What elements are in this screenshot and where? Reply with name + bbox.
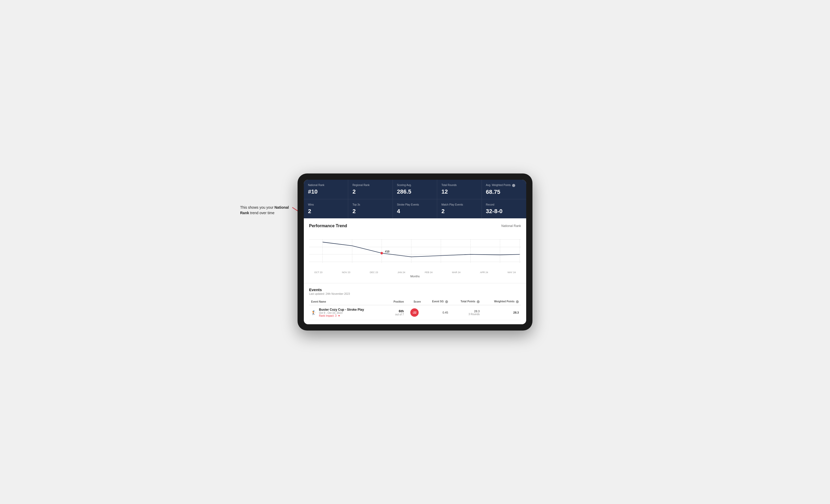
x-label-dec23: DEC 23 xyxy=(370,271,378,274)
x-label-nov23: NOV 23 xyxy=(342,271,350,274)
stat-total-rounds-value: 12 xyxy=(441,188,477,195)
x-label-jan24: JAN 24 xyxy=(397,271,405,274)
chart-x-labels: OCT 23 NOV 23 DEC 23 JAN 24 FEB 24 MAR 2… xyxy=(309,271,521,274)
event-name-text: Buster Cozy Cup - Stroke Play xyxy=(319,308,364,311)
annotation-text-part2: trend over time xyxy=(249,211,274,215)
annotation: This shows you your National Rank trend … xyxy=(240,205,292,216)
stat-record: Record 32-8-0 xyxy=(482,199,526,219)
x-label-feb24: FEB 24 xyxy=(425,271,433,274)
stat-scoring-avg-value: 286.5 xyxy=(397,188,433,195)
col-total-points: Total Points ⓘ xyxy=(450,298,482,305)
x-label-oct23: OCT 23 xyxy=(314,271,322,274)
chevron-down-icon: ▼ xyxy=(338,314,340,317)
event-total-rounds: 3 Rounds xyxy=(452,313,480,316)
stat-regional-rank-value: 2 xyxy=(352,188,388,195)
stat-match-play-events-value: 2 xyxy=(441,208,477,215)
event-sg-value: 0.45 xyxy=(442,311,448,314)
stat-regional-rank: Regional Rank 2 xyxy=(348,180,392,199)
event-name-col: 🏌️ Buster Cozy Cup - Stroke Play Oct 9 -… xyxy=(311,308,384,317)
col-weighted-points: Weighted Points ⓘ xyxy=(482,298,521,305)
stats-row-2: Wins 2 Top 3s 2 Stroke Play Events 4 Mat… xyxy=(304,199,526,219)
x-label-apr24: APR 24 xyxy=(480,271,488,274)
stat-match-play-events: Match Play Events 2 xyxy=(437,199,482,219)
stats-row-1: National Rank #10 Regional Rank 2 Scorin… xyxy=(304,180,526,199)
event-type-icon: 🏌️ xyxy=(311,310,316,315)
event-score-cell: -22 xyxy=(406,305,423,320)
stat-stroke-play-events: Stroke Play Events 4 xyxy=(393,199,437,219)
stat-scoring-avg: Scoring Avg. 286.5 xyxy=(393,180,437,199)
event-position-cell: 6th out of 7 xyxy=(386,305,406,320)
annotation-text-part1: This shows you your xyxy=(240,205,275,209)
performance-title: Performance Trend xyxy=(309,224,347,228)
stat-regional-rank-label: Regional Rank xyxy=(352,183,388,187)
event-position-sub: out of 7 xyxy=(388,313,404,316)
stat-avg-weighted-points-value: 68.75 xyxy=(486,189,522,195)
x-label-may24: MAY 24 xyxy=(508,271,516,274)
stat-total-rounds: Total Rounds 12 xyxy=(437,180,482,199)
tablet-screen: National Rank #10 Regional Rank 2 Scorin… xyxy=(304,180,526,324)
x-label-mar24: MAR 24 xyxy=(452,271,461,274)
event-name-cell: 🏌️ Buster Cozy Cup - Stroke Play Oct 9 -… xyxy=(309,305,386,320)
stat-avg-weighted-points-label: Avg. Weighted Points ⓘ xyxy=(486,183,522,187)
event-position: 6th xyxy=(388,309,404,313)
rank-label-chart: #10 xyxy=(385,250,390,253)
stat-top3s: Top 3s 2 xyxy=(348,199,392,219)
event-score-badge: -22 xyxy=(410,308,419,317)
stat-avg-weighted-points: Avg. Weighted Points ⓘ 68.75 xyxy=(482,180,526,199)
stat-stroke-play-events-value: 4 xyxy=(397,208,433,215)
stat-national-rank-label: National Rank xyxy=(308,183,344,187)
event-total-points-value: 28.3 xyxy=(452,310,480,313)
stat-stroke-play-events-label: Stroke Play Events xyxy=(397,203,433,206)
col-score: Score xyxy=(406,298,423,305)
event-weighted-points-cell: 28.3 xyxy=(482,305,521,320)
stat-top3s-value: 2 xyxy=(352,208,388,215)
performance-header: Performance Trend National Rank xyxy=(309,224,521,228)
performance-section: Performance Trend National Rank xyxy=(304,219,526,283)
tablet-frame: National Rank #10 Regional Rank 2 Scorin… xyxy=(297,173,533,331)
info-icon-total-points: ⓘ xyxy=(477,300,480,303)
stat-national-rank-value: #10 xyxy=(308,188,344,195)
stat-total-rounds-label: Total Rounds xyxy=(441,183,477,187)
stat-scoring-avg-label: Scoring Avg. xyxy=(397,183,433,187)
col-event-name: Event Name xyxy=(309,298,386,305)
stat-wins-value: 2 xyxy=(308,208,344,215)
performance-subtitle: National Rank xyxy=(501,224,521,228)
chart-container: #10 xyxy=(309,232,521,269)
col-position: Position xyxy=(386,298,406,305)
event-total-points-cell: 28.3 3 Rounds xyxy=(450,305,482,320)
stat-national-rank: National Rank #10 xyxy=(304,180,348,199)
events-table: Event Name Position Score Event SG ⓘ xyxy=(309,298,521,320)
events-table-header-row: Event Name Position Score Event SG ⓘ xyxy=(309,298,521,305)
events-section: Events Last updated: 24th November 2023 … xyxy=(304,283,526,324)
info-icon-weighted-points: ⓘ xyxy=(516,300,519,303)
event-date: Oct 9 - Oct 10, 2023 xyxy=(319,311,364,314)
events-last-updated: Last updated: 24th November 2023 xyxy=(309,293,521,295)
rank-dot-chart xyxy=(381,252,383,254)
chart-x-title: Months xyxy=(309,275,521,278)
info-icon-avg-weighted: ⓘ xyxy=(512,184,515,187)
table-row: 🏌️ Buster Cozy Cup - Stroke Play Oct 9 -… xyxy=(309,305,521,320)
col-event-sg: Event SG ⓘ xyxy=(423,298,450,305)
event-rank-impact: Rank Impact: 3 ▼ xyxy=(319,314,364,317)
events-title: Events xyxy=(309,288,521,292)
stat-record-label: Record xyxy=(486,203,522,206)
performance-chart: #10 xyxy=(309,232,521,269)
stat-record-value: 32-8-0 xyxy=(486,208,522,215)
event-weighted-points-value: 28.3 xyxy=(513,311,519,314)
event-name-details: Buster Cozy Cup - Stroke Play Oct 9 - Oc… xyxy=(319,308,364,317)
info-icon-event-sg: ⓘ xyxy=(445,300,448,303)
stat-wins-label: Wins xyxy=(308,203,344,206)
stat-wins: Wins 2 xyxy=(304,199,348,219)
stat-top3s-label: Top 3s xyxy=(352,203,388,206)
event-sg-cell: 0.45 xyxy=(423,305,450,320)
stat-match-play-events-label: Match Play Events xyxy=(441,203,477,206)
